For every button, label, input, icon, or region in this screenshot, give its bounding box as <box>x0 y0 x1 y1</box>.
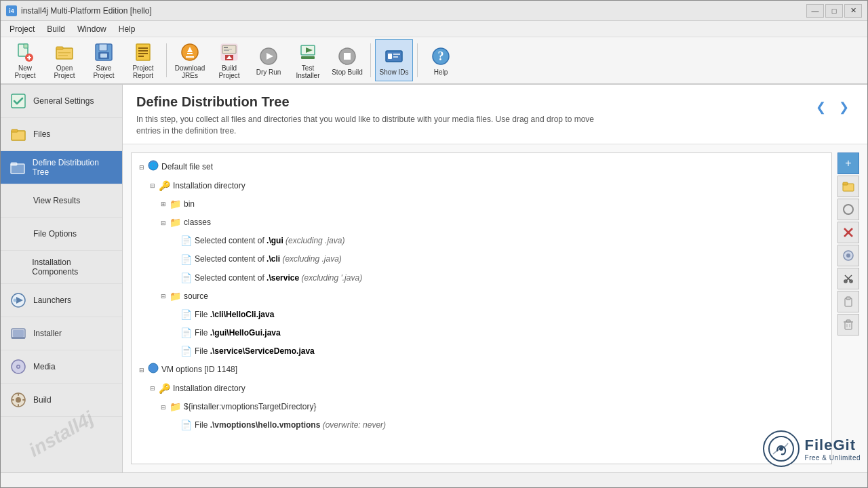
maximize-button[interactable]: □ <box>825 4 843 18</box>
filegit-badge: FileGit Free & Unlimited <box>763 430 861 467</box>
tree-row-default-file-set[interactable]: ⊟ 🌐 Default file set <box>137 159 826 177</box>
file-servicedemo-label: File .\service\ServiceDemo.java <box>195 344 315 359</box>
tree-row-file-servicedemo[interactable]: ⊞ 📄 File .\service\ServiceDemo.java <box>170 342 826 361</box>
define-dist-tree-icon <box>9 158 27 177</box>
expand-classes[interactable]: ⊟ <box>159 218 168 228</box>
expand-default-file-set[interactable]: ⊟ <box>137 163 146 172</box>
svg-rect-26 <box>224 50 229 51</box>
svg-rect-61 <box>22 399 25 401</box>
sidebar-item-general-settings[interactable]: General Settings <box>1 85 122 118</box>
filegit-logo <box>763 430 800 467</box>
svg-rect-52 <box>12 337 25 339</box>
tree-row-selected-cli[interactable]: ⊞ 📄 Selected content of .\cli (excluding… <box>170 251 826 269</box>
sidebar: General Settings Files <box>1 85 123 472</box>
menu-project[interactable]: Project <box>3 22 41 36</box>
add-folder-button[interactable] <box>837 176 859 197</box>
help-button[interactable]: ? Help <box>422 39 460 81</box>
files-icon <box>9 125 28 144</box>
expand-source[interactable]: ⊟ <box>159 292 168 302</box>
filegit-tagline: Free & Unlimited <box>805 454 861 462</box>
stop-build-icon <box>336 45 358 67</box>
dry-run-button[interactable]: Dry Run <box>250 39 288 81</box>
copy-button[interactable] <box>837 245 859 266</box>
build-icon <box>9 390 28 409</box>
sidebar-item-installer[interactable]: Installer <box>1 317 122 350</box>
download-jres-button[interactable]: Download JREs <box>171 39 209 81</box>
circle-button[interactable] <box>837 199 859 220</box>
minimize-button[interactable]: — <box>806 4 824 18</box>
svg-rect-35 <box>344 53 351 60</box>
tree-row-file-hellocli[interactable]: ⊞ 📄 File .\cli\HelloCli.java <box>170 306 826 324</box>
expand-vm-options[interactable]: ⊟ <box>137 365 146 375</box>
menu-window[interactable]: Window <box>71 22 113 36</box>
add-button[interactable]: + <box>837 152 859 174</box>
status-bar <box>1 472 867 487</box>
general-settings-label: General Settings <box>33 96 94 106</box>
file-hellocli-label: File .\cli\HelloCli.java <box>195 308 274 323</box>
prev-step-button[interactable]: ❮ <box>810 97 831 117</box>
expand-installation-directory-1[interactable]: ⊟ <box>148 181 157 190</box>
next-step-button[interactable]: ❯ <box>833 97 854 117</box>
sidebar-item-view-results[interactable]: View Results <box>1 184 122 218</box>
svg-text:🌐: 🌐 <box>149 161 158 170</box>
expand-bin[interactable]: ⊞ <box>159 200 168 209</box>
download-jres-icon <box>179 41 201 63</box>
build-project-button[interactable]: Build Project <box>210 39 248 81</box>
save-project-button[interactable]: Save Project <box>85 39 123 81</box>
file-servicedemo-icon: 📄 <box>180 343 192 360</box>
tree-row-source[interactable]: ⊟ 📁 source <box>159 287 826 306</box>
sidebar-item-installation-components[interactable]: Installation Components <box>1 251 122 284</box>
selected-service-label: Selected content of .\service (excluding… <box>195 271 362 286</box>
svg-rect-66 <box>843 182 848 185</box>
installation-directory-1-icon: 🔑 <box>159 178 170 195</box>
tree-row-selected-gui[interactable]: ⊞ 📄 Selected content of .\gui (excluding… <box>170 232 826 250</box>
new-project-button[interactable]: New Project <box>6 39 44 81</box>
delete-button[interactable] <box>837 222 859 243</box>
svg-rect-78 <box>845 322 852 329</box>
svg-rect-60 <box>12 399 14 401</box>
tree-row-vmoptionstargetdir[interactable]: ⊟ 📁 ${installer:vmoptionsTargetDirectory… <box>159 398 826 416</box>
stop-build-button[interactable]: Stop Build <box>328 39 366 81</box>
test-installer-button[interactable]: Test Installer <box>289 39 327 81</box>
paste-button[interactable] <box>837 291 859 312</box>
tree-row-installation-directory-2[interactable]: ⊟ 🔑 Installation directory <box>148 380 826 398</box>
svg-rect-4 <box>28 56 30 60</box>
sidebar-item-file-options[interactable]: File Options <box>1 218 122 251</box>
sidebar-item-build[interactable]: Build <box>1 384 122 417</box>
tree-container[interactable]: ⊟ 🌐 Default file set <box>131 152 832 464</box>
tree-row-file-hellogui[interactable]: ⊞ 📄 File .\gui\HelloGui.java <box>170 324 826 342</box>
expand-installation-directory-2[interactable]: ⊟ <box>148 384 157 393</box>
project-report-button[interactable]: Project Report <box>124 39 162 81</box>
svg-rect-58 <box>18 393 19 396</box>
sidebar-item-media[interactable]: Media <box>1 350 122 384</box>
tree-row-bin[interactable]: ⊞ 📁 bin <box>159 195 826 214</box>
general-settings-icon <box>9 92 28 110</box>
tree-row-classes[interactable]: ⊟ 📁 classes <box>159 214 826 232</box>
test-installer-icon <box>297 41 319 63</box>
tree-toolbar: + <box>837 152 859 464</box>
show-ids-button[interactable]: Show IDs <box>375 39 413 81</box>
menu-build[interactable]: Build <box>41 22 71 36</box>
expand-vmoptionstargetdir[interactable]: ⊟ <box>159 403 168 412</box>
sidebar-item-files[interactable]: Files <box>1 118 122 151</box>
file-hellogui-icon: 📄 <box>180 325 192 342</box>
svg-point-49 <box>14 299 17 302</box>
open-project-button[interactable]: Open Project <box>45 39 83 81</box>
installation-directory-2-icon: 🔑 <box>159 380 170 397</box>
tree-row-vm-options[interactable]: ⊟ VM options [ID 1148] <box>137 361 826 380</box>
sidebar-item-launchers[interactable]: Launchers <box>1 284 122 317</box>
menu-help[interactable]: Help <box>113 22 142 36</box>
tree-row-file-vmoptions[interactable]: ⊞ 📄 File .\vmoptions\hello.vmoptions (ov… <box>170 416 826 434</box>
toolbar: New Project Open Project <box>1 37 867 85</box>
tree-row-installation-directory-1[interactable]: ⊟ 🔑 Installation directory <box>148 177 826 195</box>
trash-button[interactable] <box>837 314 859 336</box>
tree-row-selected-service[interactable]: ⊞ 📄 Selected content of .\service (exclu… <box>170 269 826 287</box>
app-icon: i4 <box>6 5 17 16</box>
cut-button[interactable] <box>837 268 859 289</box>
svg-point-57 <box>16 397 21 403</box>
sidebar-item-define-distribution-tree[interactable]: Define Distribution Tree <box>1 151 122 184</box>
svg-text:?: ? <box>438 49 444 63</box>
svg-rect-25 <box>224 49 232 49</box>
title-bar-left: i4 install4j Multi-Platform Edition [hel… <box>6 5 152 16</box>
close-button[interactable]: ✕ <box>844 4 862 18</box>
